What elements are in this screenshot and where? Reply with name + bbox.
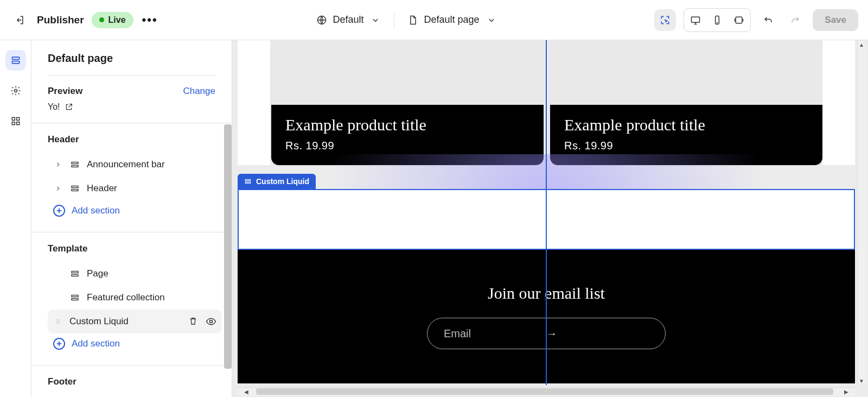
svg-rect-4 [736, 17, 742, 23]
svg-rect-10 [12, 122, 15, 125]
svg-rect-16 [72, 272, 78, 273]
sidebar-scrollbar-thumb[interactable] [224, 124, 232, 369]
page-icon [407, 15, 418, 26]
footer-heading: Join our email list [488, 284, 605, 303]
rail-settings-button[interactable] [5, 80, 26, 101]
canvas-horizontal-scrollbar[interactable]: ◀ ▶ [238, 387, 855, 396]
sidebar-item-label: Custom Liquid [69, 316, 129, 327]
chevron-right-icon [54, 161, 62, 168]
svg-rect-1 [692, 17, 700, 22]
sidebar-item-custom-liquid[interactable]: Custom Liquid [48, 310, 222, 333]
svg-rect-9 [16, 117, 19, 120]
scroll-right-arrow-icon[interactable]: ▶ [842, 387, 851, 396]
svg-rect-28 [245, 182, 250, 183]
email-signup-input[interactable]: Email → [427, 318, 666, 349]
svg-rect-13 [72, 166, 78, 167]
trash-icon[interactable] [188, 316, 198, 326]
svg-rect-19 [72, 299, 78, 300]
live-status-label: Live [108, 15, 126, 25]
chevron-down-icon [370, 15, 381, 26]
device-mobile-button[interactable] [708, 11, 726, 29]
chevron-down-icon [486, 15, 497, 26]
product-image-placeholder [550, 40, 822, 105]
scrollbar-thumb[interactable] [256, 388, 833, 395]
product-cards-row: Example product title Rs. 19.99 Example … [271, 40, 822, 165]
external-link-icon[interactable] [65, 103, 73, 111]
svg-point-21 [57, 321, 58, 322]
sidebar-item-header[interactable]: Header [48, 177, 222, 200]
device-preview-group [684, 8, 751, 32]
page-dropdown[interactable]: Default page [407, 14, 496, 26]
live-status-badge: Live [92, 12, 133, 28]
device-desktop-button[interactable] [686, 11, 705, 29]
undo-button[interactable] [758, 10, 778, 30]
svg-rect-15 [72, 190, 78, 191]
email-placeholder: Email [444, 327, 546, 340]
product-card[interactable]: Example product title Rs. 19.99 [271, 40, 544, 165]
svg-rect-27 [245, 180, 250, 181]
svg-rect-8 [12, 117, 15, 120]
product-price: Rs. 19.99 [285, 140, 529, 152]
page-dropdown-label: Default page [424, 14, 479, 26]
svg-point-3 [717, 22, 718, 23]
selection-tag[interactable]: Custom Liquid [238, 174, 316, 189]
preview-label: Preview [48, 86, 82, 97]
svg-point-25 [59, 323, 59, 323]
svg-rect-18 [72, 295, 78, 297]
divider [394, 12, 394, 28]
sidebar-item-label: Announcement bar [87, 159, 165, 170]
rail-sections-button[interactable] [5, 50, 26, 71]
selection-outline[interactable] [238, 189, 855, 250]
sidebar: Default page Preview Change Yo! Header A… [31, 40, 232, 397]
canvas-vertical-scrollbar[interactable]: ▲ ▼ [857, 40, 866, 385]
add-section-header[interactable]: + Add section [48, 200, 222, 221]
sidebar-group-template: Template Page Featured collection Custom… [31, 232, 232, 365]
canvas: Example product title Rs. 19.99 Example … [232, 40, 868, 397]
theme-dropdown-label: Default [333, 14, 363, 26]
sidebar-page-title: Default page [48, 52, 215, 65]
scroll-left-arrow-icon[interactable]: ◀ [242, 387, 251, 396]
product-image-placeholder [271, 40, 544, 105]
sidebar-item-label: Header [87, 183, 117, 194]
group-title-footer: Footer [48, 376, 222, 387]
add-section-label: Add section [72, 338, 120, 349]
arrow-right-icon[interactable]: → [546, 327, 649, 340]
redo-button[interactable] [786, 10, 805, 30]
svg-rect-5 [12, 57, 19, 59]
exit-button[interactable] [10, 10, 29, 30]
page-edge [822, 40, 855, 165]
more-actions-button[interactable]: ••• [141, 12, 159, 28]
section-icon [70, 184, 80, 193]
svg-rect-17 [72, 275, 78, 276]
preview-footer-section[interactable]: Join our email list Email → [238, 250, 855, 383]
sidebar-item-label: Page [87, 268, 108, 279]
product-title: Example product title [564, 116, 808, 134]
svg-point-22 [57, 323, 58, 323]
inspector-mode-button[interactable] [654, 9, 676, 31]
svg-point-7 [14, 90, 17, 92]
save-button[interactable]: Save [813, 9, 858, 31]
scroll-down-arrow-icon[interactable]: ▼ [857, 376, 866, 385]
product-price: Rs. 19.99 [564, 140, 808, 152]
svg-rect-11 [16, 122, 19, 125]
change-preview-link[interactable]: Change [183, 86, 215, 97]
theme-dropdown[interactable]: Default [316, 14, 381, 26]
eye-icon[interactable] [206, 316, 216, 327]
rail-apps-button[interactable] [5, 111, 26, 131]
svg-rect-6 [12, 61, 19, 64]
product-card[interactable]: Example product title Rs. 19.99 [550, 40, 822, 165]
sidebar-item-page[interactable]: Page [48, 262, 222, 286]
sidebar-item-featured-collection[interactable]: Featured collection [48, 286, 222, 310]
group-title-template: Template [48, 243, 222, 254]
device-fullwidth-button[interactable] [730, 11, 748, 29]
add-section-footer[interactable]: + Add section [48, 395, 222, 397]
sidebar-item-announcement-bar[interactable]: Announcement bar [48, 153, 222, 177]
scroll-up-arrow-icon[interactable]: ▲ [857, 40, 866, 49]
drag-handle-icon[interactable] [54, 318, 62, 325]
svg-rect-14 [72, 186, 78, 188]
preview-value: Yo! [48, 102, 60, 112]
section-icon [70, 293, 80, 303]
svg-point-20 [57, 320, 58, 320]
add-section-template[interactable]: + Add section [48, 333, 222, 354]
selection-tag-label: Custom Liquid [256, 177, 309, 186]
